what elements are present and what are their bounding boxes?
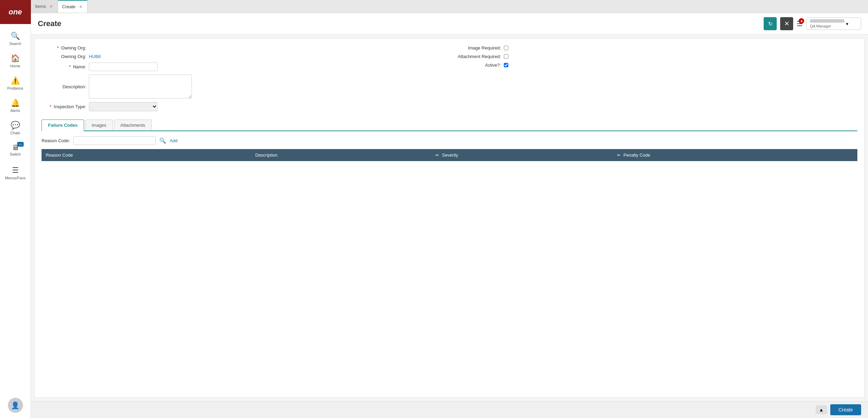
failure-codes-content: Reason Code: 🔍 Add Reason Code xyxy=(42,131,857,166)
name-group: * Name: xyxy=(42,63,446,71)
user-role: QA Manager xyxy=(810,24,844,28)
logo-text: one xyxy=(9,8,22,16)
sidebar-item-switch[interactable]: 🖥 ↔ Switch xyxy=(0,139,31,160)
sidebar-item-label: Alerts xyxy=(10,109,20,113)
col-severity: ✏ Severity xyxy=(431,149,613,161)
inner-tabs-container: Failure Codes Images Attachments Reason … xyxy=(42,120,857,166)
home-icon: 🏠 xyxy=(11,54,20,63)
inspection-required-marker: * xyxy=(50,104,51,109)
close-button[interactable]: ✕ xyxy=(780,17,793,30)
sidebar-item-chats[interactable]: 💬 Chats xyxy=(0,117,31,139)
avatar[interactable]: 👤 xyxy=(8,398,23,413)
owning-org-label: * Owning Org: xyxy=(42,45,86,50)
add-button[interactable]: Add xyxy=(170,138,177,143)
description-input[interactable] xyxy=(89,75,192,99)
form-left-col: * Owning Org: Owning Org: HUB6 * Name: xyxy=(42,45,446,115)
page-footer: ▲ Create xyxy=(31,401,868,418)
active-checkbox[interactable] xyxy=(504,63,508,67)
search-icon: 🔍 xyxy=(11,32,20,41)
menu-badge: ★ xyxy=(799,18,804,24)
name-label: * Name: xyxy=(42,64,86,69)
name-input[interactable] xyxy=(89,63,158,71)
col-description: Description xyxy=(251,149,431,161)
reason-code-input[interactable] xyxy=(73,136,156,145)
refresh-button[interactable]: ↻ xyxy=(764,17,777,30)
chat-icon: 💬 xyxy=(11,121,20,130)
tab-attachments[interactable]: Attachments xyxy=(114,120,152,131)
sidebar: one 🔍 Search 🏠 Home ⚠️ Problems 🔔 Alerts… xyxy=(0,0,31,418)
create-button[interactable]: Create xyxy=(830,404,861,415)
warning-icon: ⚠️ xyxy=(11,76,20,85)
owning-org-value-group: Owning Org: HUB6 xyxy=(42,54,446,59)
sidebar-item-menus-favs[interactable]: ☰ Menus/Favs xyxy=(0,162,31,184)
menu-button[interactable]: ☰ ★ xyxy=(797,20,803,28)
table-header-row: Reason Code Description ✏ Severity xyxy=(42,149,857,161)
inspection-type-group: * Inspection Type: xyxy=(42,102,446,111)
penalty-edit-icon: ✏ xyxy=(617,153,621,158)
bell-icon: 🔔 xyxy=(11,99,20,108)
severity-edit-icon: ✏ xyxy=(436,153,439,158)
tab-items-close-button[interactable]: ✕ xyxy=(49,4,54,9)
active-group: Active?: xyxy=(453,63,858,68)
header-actions: ↻ ✕ ☰ ★ QA Manager ▾ xyxy=(764,17,861,30)
attachment-required-group: Attachment Required: xyxy=(453,54,858,59)
attachment-required-checkbox[interactable] xyxy=(504,54,508,59)
content-area: Create ↻ ✕ ☰ ★ QA Manager ▾ xyxy=(31,13,868,418)
form-area: * Owning Org: Owning Org: HUB6 * Name: xyxy=(34,38,865,398)
image-required-checkbox[interactable] xyxy=(504,46,508,50)
sidebar-item-label: Problems xyxy=(7,86,23,90)
app-logo[interactable]: one xyxy=(0,0,31,24)
form-right-col: Image Required: Attachment Required: Act… xyxy=(453,45,858,71)
dropdown-arrow-icon: ▾ xyxy=(846,21,848,26)
image-required-group: Image Required: xyxy=(453,45,858,50)
owning-org-group: * Owning Org: xyxy=(42,45,446,50)
col-reason-code: Reason Code xyxy=(42,149,251,161)
reason-code-label: Reason Code: xyxy=(42,138,70,143)
inner-tabs-nav: Failure Codes Images Attachments xyxy=(42,120,857,131)
user-dropdown[interactable]: QA Manager ▾ xyxy=(806,18,861,30)
sidebar-item-alerts[interactable]: 🔔 Alerts xyxy=(0,94,31,117)
description-label: Description: xyxy=(42,84,86,89)
main-content: Items ✕ Create ✕ Create ↻ ✕ ☰ ★ QA xyxy=(31,0,868,418)
sidebar-item-home[interactable]: 🏠 Home xyxy=(0,50,31,72)
failure-codes-table: Reason Code Description ✏ Severity xyxy=(42,149,857,161)
page-header: Create ↻ ✕ ☰ ★ QA Manager ▾ xyxy=(31,13,868,35)
tab-items[interactable]: Items ✕ xyxy=(31,0,58,13)
image-required-label: Image Required: xyxy=(453,45,501,50)
owning-org-link[interactable]: HUB6 xyxy=(89,54,101,59)
menu-icon: ☰ xyxy=(12,166,19,175)
form-main-row: * Owning Org: Owning Org: HUB6 * Name: xyxy=(42,45,857,115)
sidebar-item-label: Home xyxy=(10,64,20,68)
tab-failure-codes[interactable]: Failure Codes xyxy=(42,120,84,131)
sidebar-item-label: Chats xyxy=(10,131,20,135)
tab-items-label: Items xyxy=(35,4,46,9)
col-penalty-code: ✏ Penalty Code xyxy=(613,149,857,161)
sidebar-item-problems[interactable]: ⚠️ Problems xyxy=(0,72,31,94)
inspection-type-label: * Inspection Type: xyxy=(42,104,86,109)
sidebar-item-search[interactable]: 🔍 Search xyxy=(0,27,31,50)
tab-bar: Items ✕ Create ✕ xyxy=(31,0,868,13)
sidebar-item-label: Search xyxy=(9,42,21,46)
tab-create-label: Create xyxy=(62,4,76,9)
sidebar-item-label: Menus/Favs xyxy=(5,176,26,180)
scroll-top-button[interactable]: ▲ xyxy=(816,406,827,414)
sidebar-switch-label: Switch xyxy=(10,152,21,156)
attachment-required-label: Attachment Required: xyxy=(453,54,501,59)
required-marker: * xyxy=(57,45,59,50)
description-group: Description: xyxy=(42,75,446,99)
owning-org-value-label: Owning Org: xyxy=(42,54,86,59)
switch-badge: ↔ xyxy=(17,142,24,147)
tab-create-close-button[interactable]: ✕ xyxy=(78,4,83,9)
page-title: Create xyxy=(38,19,61,28)
tab-images[interactable]: Images xyxy=(85,120,113,131)
user-name xyxy=(810,19,844,23)
avatar-icon: 👤 xyxy=(11,401,20,409)
tab-create[interactable]: Create ✕ xyxy=(58,0,88,13)
reason-code-row: Reason Code: 🔍 Add xyxy=(42,136,857,145)
active-label: Active?: xyxy=(453,63,501,68)
reason-code-search-button[interactable]: 🔍 xyxy=(159,137,166,144)
name-required-marker: * xyxy=(69,64,71,69)
inspection-type-select[interactable] xyxy=(89,102,158,111)
